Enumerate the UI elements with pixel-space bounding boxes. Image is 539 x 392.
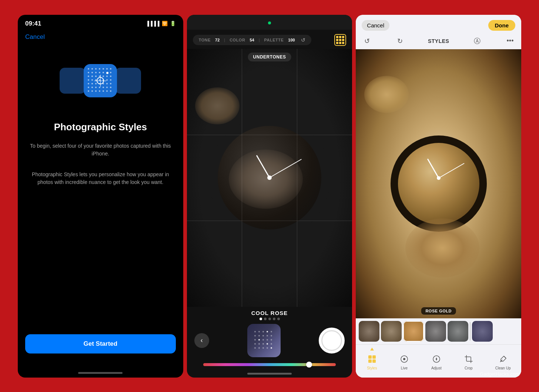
svg-point-5 [403,358,405,360]
grid-dot [106,90,108,92]
toolbar-styles[interactable]: Styles [366,348,378,370]
adjust-icon [431,354,442,365]
grid-dot [88,72,89,73]
redo-icon[interactable]: ↻ [395,36,405,46]
grid-dot [110,72,111,73]
filter-name-label: COOL ROSE [251,310,288,316]
clock-photo: UNDERTONES [187,49,352,307]
p1-desc1: To begin, select four of your favorite p… [18,142,183,158]
p2-controls-bar: TONE 72 | COLOR 54 | PALETTE 100 ↺ [187,30,352,49]
grid-dot [99,87,100,88]
style-thumb-6[interactable] [472,321,493,342]
grid-dot [88,79,89,81]
svg-point-7 [436,358,437,360]
toolbar-adjust[interactable]: Adjust [431,354,442,370]
live-icon [399,354,410,365]
crop-icon [463,354,474,365]
undo-icon[interactable]: ↺ [362,36,372,46]
palette-value: 100 [288,38,295,42]
grid-dot [110,68,111,70]
grid-dot [91,79,93,81]
p3-photo-view: ROSE GOLD [356,49,521,318]
style-thumb-4[interactable] [425,321,446,342]
grid-dot [95,68,97,70]
grid-dot [91,76,93,77]
toolbar-crop[interactable]: Crop [463,354,474,370]
color-temperature-slider[interactable] [203,363,335,366]
grid-dot [99,72,100,73]
grid-dot [88,68,89,70]
grid-dot [103,90,104,92]
grid-toggle-icon[interactable] [334,34,346,46]
filter-dot-3 [268,318,271,320]
styles-icon [366,354,378,365]
svg-rect-1 [372,355,376,359]
toolbar-cleanup[interactable]: Clean Up [495,354,511,370]
wifi-icon: 🛜 [162,21,168,26]
p2-home-indicator [247,373,292,375]
p1-illustration [60,55,141,107]
grid-dot [99,68,100,70]
p2-dynamic-island [187,15,352,30]
grid-dot-center [106,72,108,74]
p2-filter-section: COOL ROSE ‹ [187,307,352,371]
share-icon[interactable]: Ⓐ [472,36,482,46]
filter-dot-4 [273,318,275,320]
outer-frame: 09:41 ▐▐▐▐ 🛜 🔋 Cancel [12,11,527,381]
svg-rect-2 [368,359,372,363]
dynamic-island-dot [268,21,271,24]
more-options-icon[interactable]: ••• [505,36,515,46]
p3-styles-bar: ↺ ↻ STYLES Ⓐ ••• [356,34,521,49]
toolbar-live[interactable]: Live [399,354,410,370]
style-thumb-2[interactable] [381,321,402,342]
crosshair-icon [97,77,104,84]
grid-dot [88,90,89,92]
filter-pagination-dots [260,318,280,320]
get-started-button[interactable]: Get Started [25,334,176,354]
camera-back-button[interactable]: ‹ [194,333,209,348]
shutter-button[interactable] [319,328,345,354]
p1-main-icon [84,64,117,97]
p3-clock-center-dot [437,176,441,180]
adjust-label: Adjust [431,366,442,370]
tone-label: TONE [199,38,211,42]
grid-dot [91,90,93,92]
palette-label: PALETTE [264,38,284,42]
undertones-label: UNDERTONES [248,53,291,61]
style-thumb-1[interactable] [359,321,379,342]
p3-done-button[interactable]: Done [488,20,516,31]
style-thumb-3[interactable] [403,321,424,342]
camera-viewfinder: UNDERTONES [187,49,352,307]
color-value: 54 [250,38,254,42]
filter-thumb-dots [254,331,274,350]
flower-decoration [195,87,240,124]
p3-clock-photo: ROSE GOLD [356,49,521,318]
style-thumb-5[interactable] [448,321,468,342]
dynamic-island [259,19,280,27]
signal-icon: ▐▐▐▐ [146,21,160,26]
styles-title: STYLES [428,38,449,44]
grid-dot [91,87,93,88]
style-strip-divider [470,322,471,341]
p1-cancel-button[interactable]: Cancel [18,30,183,44]
styles-label: Styles [367,366,377,370]
grid-dot [88,87,89,88]
p1-status-icons: ▐▐▐▐ 🛜 🔋 [146,21,176,26]
watermark: GadgetHacks.com [480,371,519,377]
tone-value: 72 [215,38,220,42]
crop-label: Crop [465,366,473,370]
grid-dot [110,83,111,84]
p1-block-right [115,68,141,94]
p2-tone-color-palette: TONE 72 | COLOR 54 | PALETTE 100 ↺ [193,35,311,45]
rose-gold-label: ROSE GOLD [421,307,456,315]
p3-cancel-button[interactable]: Cancel [362,20,389,31]
filter-thumbnail[interactable] [247,324,281,357]
reset-icon[interactable]: ↺ [301,37,305,43]
p2-bottom-controls: ‹ [187,324,352,361]
cleanup-icon [498,354,509,365]
filter-dot-2 [264,318,267,320]
p1-time: 09:41 [25,20,41,27]
cleanup-label: Clean Up [495,366,511,370]
p3-animal-decoration [405,218,479,278]
grid-dot [95,90,97,92]
